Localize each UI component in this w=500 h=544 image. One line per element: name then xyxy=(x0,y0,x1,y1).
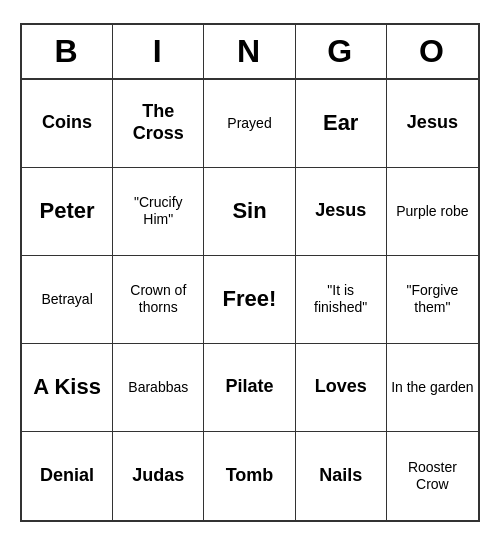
bingo-cell: Prayed xyxy=(204,80,295,168)
bingo-cell: Purple robe xyxy=(387,168,478,256)
bingo-cell: Denial xyxy=(22,432,113,520)
bingo-cell: Loves xyxy=(296,344,387,432)
bingo-header: BINGO xyxy=(22,25,478,80)
header-letter: O xyxy=(387,25,478,78)
bingo-cell: In the garden xyxy=(387,344,478,432)
bingo-cell: Free! xyxy=(204,256,295,344)
bingo-cell: Sin xyxy=(204,168,295,256)
bingo-cell: "It is finished" xyxy=(296,256,387,344)
bingo-cell: Barabbas xyxy=(113,344,204,432)
bingo-cell: The Cross xyxy=(113,80,204,168)
bingo-cell: Coins xyxy=(22,80,113,168)
bingo-cell: "Crucify Him" xyxy=(113,168,204,256)
bingo-cell: Jesus xyxy=(387,80,478,168)
bingo-cell: Judas xyxy=(113,432,204,520)
header-letter: I xyxy=(113,25,204,78)
bingo-cell: Nails xyxy=(296,432,387,520)
header-letter: B xyxy=(22,25,113,78)
bingo-cell: Pilate xyxy=(204,344,295,432)
bingo-cell: A Kiss xyxy=(22,344,113,432)
bingo-cell: Peter xyxy=(22,168,113,256)
bingo-cell: Rooster Crow xyxy=(387,432,478,520)
bingo-cell: Ear xyxy=(296,80,387,168)
bingo-cell: "Forgive them" xyxy=(387,256,478,344)
header-letter: G xyxy=(296,25,387,78)
bingo-cell: Crown of thorns xyxy=(113,256,204,344)
header-letter: N xyxy=(204,25,295,78)
bingo-cell: Tomb xyxy=(204,432,295,520)
bingo-card: BINGO CoinsThe CrossPrayedEarJesusPeter"… xyxy=(20,23,480,522)
bingo-cell: Betrayal xyxy=(22,256,113,344)
bingo-grid: CoinsThe CrossPrayedEarJesusPeter"Crucif… xyxy=(22,80,478,520)
bingo-cell: Jesus xyxy=(296,168,387,256)
